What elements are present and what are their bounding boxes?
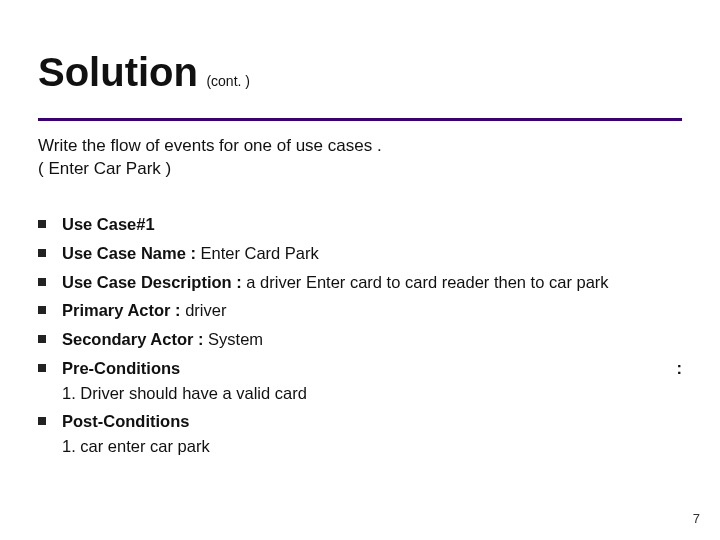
item-subtext: 1. car enter car park — [62, 434, 682, 459]
slide-title: Solution — [38, 50, 198, 94]
list-subline: 1. Driver should have a valid card — [38, 381, 682, 406]
item-label: Use Case#1 — [62, 215, 155, 233]
item-label: Use Case Name : — [62, 244, 201, 262]
list-item: Use Case Description : a driver Enter ca… — [38, 270, 682, 295]
list-item: Use Case#1 — [38, 212, 682, 237]
intro-text: Write the flow of events for one of use … — [38, 135, 382, 181]
bullet-icon — [38, 278, 46, 286]
item-value: driver — [185, 301, 226, 319]
page-number: 7 — [693, 511, 700, 526]
list-item: Post-Conditions — [38, 409, 682, 434]
item-value: a driver Enter card to card reader then … — [246, 273, 608, 291]
list-subline: 1. car enter car park — [38, 434, 682, 459]
item-label: Use Case Description : — [62, 273, 246, 291]
bullet-icon — [38, 335, 46, 343]
bullet-icon — [38, 220, 46, 228]
bullet-list: Use Case#1 Use Case Name : Enter Card Pa… — [38, 212, 682, 463]
list-item: Secondary Actor : System — [38, 327, 682, 352]
list-item: Pre-Conditions : — [38, 356, 682, 381]
item-label: Pre-Conditions — [62, 356, 180, 381]
item-value: Enter Card Park — [201, 244, 319, 262]
accent-rule — [38, 118, 682, 121]
list-item: Primary Actor : driver — [38, 298, 682, 323]
slide: Solution (cont. ) Write the flow of even… — [0, 0, 720, 540]
list-item: Use Case Name : Enter Card Park — [38, 241, 682, 266]
title-block: Solution (cont. ) — [38, 50, 682, 95]
item-subtext: 1. Driver should have a valid card — [62, 381, 682, 406]
bullet-icon — [38, 364, 46, 372]
item-colon: : — [677, 356, 683, 381]
intro-line-2: ( Enter Car Park ) — [38, 158, 382, 181]
bullet-icon — [38, 417, 46, 425]
item-label: Post-Conditions — [62, 412, 189, 430]
bullet-icon — [38, 306, 46, 314]
item-value: System — [208, 330, 263, 348]
intro-line-1: Write the flow of events for one of use … — [38, 135, 382, 158]
item-label: Secondary Actor : — [62, 330, 208, 348]
slide-title-suffix: (cont. ) — [206, 73, 250, 89]
item-label: Primary Actor : — [62, 301, 185, 319]
bullet-icon — [38, 249, 46, 257]
